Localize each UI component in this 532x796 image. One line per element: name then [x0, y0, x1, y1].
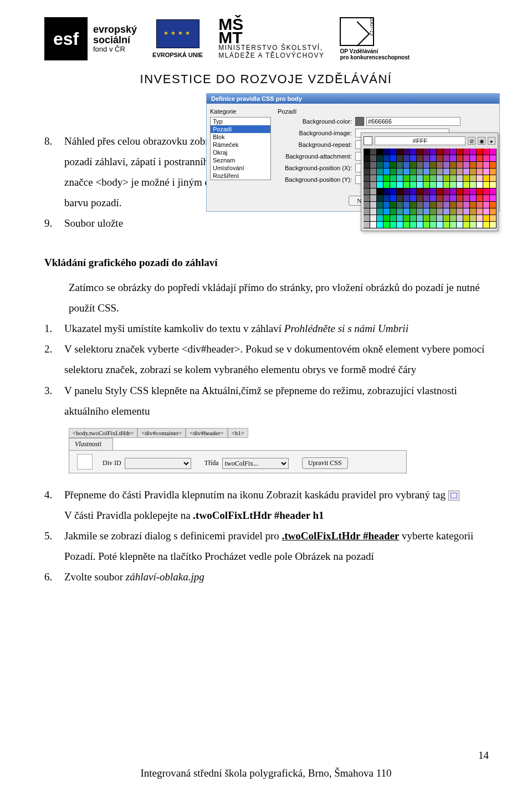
- op-logo: OP Vzdělávání pro konkurenceschopnost: [340, 17, 410, 60]
- bgrepeat-label: Background-repeat:: [278, 141, 355, 148]
- step-3-number: 3.: [44, 380, 64, 421]
- bgcolor-input[interactable]: [366, 117, 461, 126]
- msmt-mark-l2: MT: [218, 31, 324, 44]
- item-9-number: 9.: [44, 213, 64, 233]
- panel-label: Pozadí: [278, 107, 496, 117]
- header-logos: esf evropský sociální fond v ČR EVROPSKÁ…: [44, 0, 493, 67]
- footer-text: Integrovaná střední škola polygrafická, …: [0, 767, 532, 779]
- category-label: Kategorie: [210, 107, 271, 117]
- bgposx-label: Background-position (X):: [278, 165, 355, 171]
- step-2-number: 2.: [44, 339, 64, 380]
- crumb-body[interactable]: <body.twoColFixLtHdr>: [69, 428, 137, 438]
- cat-item-blok[interactable]: Blok: [211, 133, 270, 141]
- invest-title: INVESTICE DO ROZVOJE VZDĚLÁVÁNÍ: [44, 72, 488, 86]
- palette-grid[interactable]: [364, 149, 495, 228]
- msmt-mark: MŠ MT: [218, 18, 324, 44]
- trida-label: Třída: [204, 459, 219, 467]
- bgposy-label: Background-position (Y):: [278, 176, 355, 183]
- esf-line1: evropský: [93, 24, 137, 35]
- cat-item-pozadi[interactable]: Pozadí: [211, 125, 270, 133]
- tag-selector-breadcrumb[interactable]: <body.twoColFixLtHdr> <div#container> <d…: [69, 428, 493, 438]
- bgcolor-swatch[interactable]: [355, 117, 364, 126]
- palette-dropdown-icon[interactable]: ▸: [488, 137, 495, 145]
- step-2-text: V selektoru značek vyberte <div#header>.…: [64, 339, 493, 380]
- op-mark-icon: [340, 17, 374, 46]
- esf-logo: esf evropský sociální fond v ČR: [44, 17, 137, 60]
- properties-panel: Div ID TřídatwoColFix... Upravit CSS: [69, 450, 407, 473]
- item-8-number: 8.: [44, 131, 64, 172]
- divid-icon: [77, 454, 93, 470]
- section-intro: Zatímco se obrázky do popředí vkládají p…: [44, 277, 493, 318]
- page-number: 14: [478, 749, 489, 762]
- op-line1: OP Vzdělávání: [340, 48, 410, 54]
- edit-css-button[interactable]: Upravit CSS: [302, 457, 348, 469]
- step-5-number: 5.: [44, 525, 64, 567]
- eu-flag-icon: [156, 19, 200, 48]
- esf-line3: fond v ČR: [93, 45, 137, 53]
- msmt-line1: MINISTERSTVO ŠKOLSTVÍ,: [218, 44, 324, 52]
- crumb-h1[interactable]: <h1>: [228, 428, 248, 438]
- step-4-number: 4.: [44, 484, 64, 525]
- palette-hex-input[interactable]: [375, 136, 466, 145]
- msmt-logo: MŠ MT MINISTERSTVO ŠKOLSTVÍ, MLÁDEŽE A T…: [218, 18, 324, 60]
- palette-wheel-icon[interactable]: ◉: [478, 137, 485, 145]
- step-6-number: 6.: [44, 567, 64, 587]
- bgattach-label: Background-attachment:: [278, 153, 355, 160]
- bgimg-label: Background-image:: [278, 130, 355, 136]
- step-1-number: 1.: [44, 318, 64, 339]
- cat-item-okraj[interactable]: Okraj: [211, 149, 270, 156]
- divid-select[interactable]: [125, 458, 191, 469]
- cat-item-rozsireni[interactable]: Rozšíření: [211, 172, 270, 180]
- properties-tab[interactable]: Vlastnosti: [69, 438, 113, 450]
- step-6-text: Zvolte soubor záhlaví-oblaka.jpg: [64, 567, 493, 587]
- msmt-line2: MLÁDEŽE A TĚLOVÝCHOVY: [218, 52, 324, 59]
- dialog-titlebar: Definice pravidla CSS pro body: [207, 94, 499, 104]
- crumb-container[interactable]: <div#container>: [137, 428, 186, 438]
- esf-text: evropský sociální fond v ČR: [93, 24, 137, 54]
- step-5-text: Jakmile se zobrazí dialog s definicemi p…: [64, 525, 493, 567]
- esf-mark: esf: [44, 17, 88, 60]
- op-line2: pro konkurenceschopnost: [340, 54, 410, 60]
- divid-label: Div ID: [103, 459, 121, 467]
- eu-label: EVROPSKÁ UNIE: [152, 52, 203, 58]
- cat-item-ramecek[interactable]: Rámeček: [211, 141, 270, 149]
- esf-line2: sociální: [93, 35, 137, 45]
- cat-item-seznam[interactable]: Seznam: [211, 156, 270, 164]
- cascade-icon: [448, 491, 459, 501]
- step-1-text: Ukazatel myši umístíte kamkoliv do textu…: [64, 318, 493, 339]
- cat-item-typ[interactable]: Typ: [211, 118, 270, 125]
- bgcolor-label: Background-color:: [278, 118, 355, 125]
- eu-logo: EVROPSKÁ UNIE: [152, 19, 203, 58]
- section-heading: Vkládání grafického pozadí do záhlaví: [44, 252, 493, 273]
- css-rule-dialog: Definice pravidla CSS pro body Kategorie…: [206, 93, 500, 212]
- color-palette[interactable]: ⊘ ◉ ▸: [361, 132, 498, 231]
- palette-current-swatch: [364, 136, 372, 145]
- step-3-text: V panelu Styly CSS klepněte na Aktuální,…: [64, 380, 493, 421]
- palette-strikethrough-icon[interactable]: ⊘: [468, 137, 475, 145]
- category-listbox[interactable]: Typ Pozadí Blok Rámeček Okraj Seznam Umí…: [210, 117, 271, 180]
- cat-item-umistovani[interactable]: Umísťování: [211, 164, 270, 172]
- trida-select[interactable]: twoColFix...: [222, 458, 289, 469]
- crumb-header[interactable]: <div#header>: [186, 428, 227, 438]
- step-4-text: Přepneme do části Pravidla klepnutím na …: [64, 484, 493, 525]
